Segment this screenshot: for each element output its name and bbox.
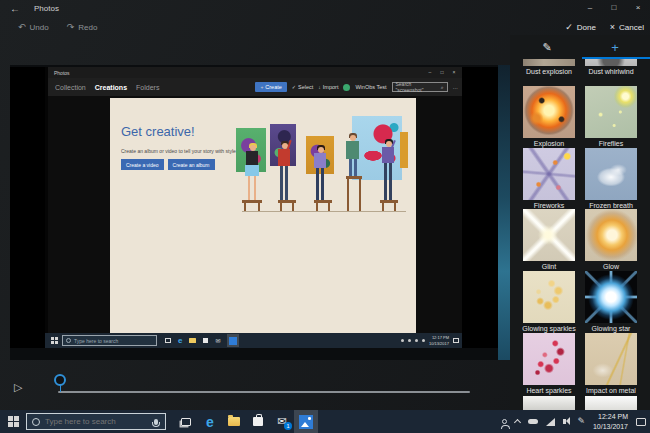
- inner-nav-bar: Collection Creations Folders + Create ✓ …: [48, 78, 462, 96]
- back-button[interactable]: ←: [10, 3, 20, 14]
- effect-tile[interactable]: Explosion: [523, 86, 575, 148]
- effect-tile[interactable]: Frozen breath: [585, 148, 637, 210]
- inner-store-icon: [203, 338, 208, 343]
- effect-thumbnail-explosion: [523, 86, 575, 138]
- taskbar-clock[interactable]: 12:24 PM 10/13/2017: [593, 412, 628, 431]
- action-center-icon[interactable]: [636, 418, 646, 426]
- store-button[interactable]: [246, 410, 270, 433]
- effect-thumbnail-fireflies: [585, 86, 637, 138]
- system-tray: ✎ 12:24 PM 10/13/2017: [502, 410, 646, 433]
- create-video-button: Create a video: [121, 159, 164, 170]
- inner-action-center-icon: [453, 338, 459, 343]
- inner-window-title: Photos: [54, 70, 70, 76]
- edge-button[interactable]: e: [198, 410, 222, 433]
- video-preview-stage[interactable]: Photos – □ × Collection Creations Folder…: [10, 65, 498, 360]
- effect-thumbnail-glowing-star: [585, 271, 637, 323]
- effect-label: Heart sparkles: [526, 387, 571, 395]
- store-bag-icon: [253, 417, 263, 426]
- illustration-canvas-edge: [400, 132, 408, 168]
- clock-time: 12:24 PM: [593, 412, 628, 421]
- effect-tile[interactable]: Dust whirlwind: [585, 59, 637, 76]
- edge-icon: e: [206, 415, 214, 429]
- effect-thumbnail-glowing-sparkles: [523, 271, 575, 323]
- effect-thumbnail-dust-whirlwind: [585, 59, 637, 66]
- task-view-button[interactable]: [174, 410, 198, 433]
- cancel-button[interactable]: × Cancel: [610, 22, 644, 32]
- search-input[interactable]: [45, 417, 149, 426]
- hidden-icons-chevron[interactable]: [514, 419, 521, 426]
- onedrive-icon[interactable]: [528, 419, 538, 424]
- network-icon[interactable]: [546, 418, 555, 426]
- plus-icon: +: [611, 40, 619, 55]
- minimize-button[interactable]: –: [578, 0, 602, 15]
- effect-label: Dust whirlwind: [588, 68, 633, 76]
- microphone-icon[interactable]: [154, 419, 158, 425]
- inner-search-icon: ⌕: [441, 84, 444, 91]
- undo-button[interactable]: ↶ Undo: [18, 22, 49, 32]
- taskbar-search-box[interactable]: [26, 413, 166, 430]
- effect-label: Explosion: [534, 140, 564, 148]
- illustration-ground: [242, 211, 406, 212]
- effects-panel: ✎ + Dust explosion Dust whirlwind Explos…: [510, 35, 650, 410]
- mail-button[interactable]: ✉ 1: [270, 410, 294, 433]
- effect-tile[interactable]: Fireworks: [523, 148, 575, 210]
- photos-button[interactable]: [294, 410, 318, 433]
- file-explorer-button[interactable]: [222, 410, 246, 433]
- effect-thumbnail-glint: [523, 209, 575, 261]
- inner-select-button: ✓ Select: [292, 84, 314, 90]
- inner-mail-icon: ✉: [215, 338, 220, 344]
- effect-tile[interactable]: Dust explosion: [523, 59, 575, 76]
- inner-account-avatar: [343, 84, 350, 91]
- effect-tile[interactable]: Glowing sparkles: [523, 271, 575, 333]
- get-creative-illustration: [234, 114, 408, 226]
- inner-more-button: …: [453, 84, 459, 90]
- effect-label: Fireworks: [534, 202, 564, 210]
- effect-tile[interactable]: Fireflies: [585, 86, 637, 148]
- play-button[interactable]: ▷: [14, 381, 22, 394]
- effect-thumbnail-partial[interactable]: [585, 396, 637, 410]
- effect-label: Glow: [603, 263, 619, 271]
- effect-label: Dust explosion: [526, 68, 572, 76]
- inner-search-field: Type here to search: [62, 335, 157, 346]
- effect-thumbnail-partial[interactable]: [523, 396, 575, 410]
- windows-ink-icon[interactable]: ✎: [577, 417, 585, 426]
- stage-edge-glow: [498, 65, 510, 360]
- done-button[interactable]: ✓ Done: [565, 22, 596, 32]
- draw-tab[interactable]: ✎: [527, 37, 567, 57]
- close-button[interactable]: ×: [626, 0, 650, 15]
- effect-tile[interactable]: Glow: [585, 209, 637, 271]
- maximize-button[interactable]: □: [602, 0, 626, 15]
- photos-app-window: ← Photos – □ × ↶ Undo ↷ Redo ✓ Done × Ca…: [0, 0, 650, 433]
- illustration-canvas-blue: [352, 116, 402, 180]
- inner-maximize-icon: □: [436, 67, 448, 77]
- effect-thumbnail-fireworks: [523, 148, 575, 200]
- inner-explorer-icon: [189, 338, 196, 343]
- effect-tile[interactable]: Glint: [523, 209, 575, 271]
- effect-label: Fireflies: [599, 140, 624, 148]
- inner-taskview-icon: [165, 338, 171, 343]
- inner-create-button: + Create: [255, 82, 286, 92]
- effects-tab[interactable]: +: [595, 37, 635, 57]
- effect-label: Impact on metal: [586, 387, 636, 395]
- effect-tile[interactable]: Glowing star: [585, 271, 637, 333]
- inner-tab-collection: Collection: [55, 84, 86, 91]
- playhead-handle[interactable]: [54, 374, 66, 386]
- hero-heading: Get creative!: [121, 124, 195, 139]
- timeline-track[interactable]: [58, 391, 470, 393]
- effect-thumbnail-heart-sparkles: [523, 333, 575, 385]
- inner-window-content: Get creative! Create an album or video t…: [48, 96, 462, 333]
- volume-icon[interactable]: [563, 419, 566, 424]
- effect-tile[interactable]: Impact on metal: [585, 333, 637, 395]
- windows-logo-icon: [8, 416, 19, 427]
- inner-taskbar: Type here to search e ✉ 12:17 PM: [45, 333, 462, 348]
- window-controls: – □ ×: [578, 0, 650, 15]
- inner-minimize-icon: –: [424, 67, 436, 77]
- redo-button[interactable]: ↷ Redo: [67, 22, 98, 32]
- people-icon[interactable]: [502, 419, 507, 424]
- titlebar: ← Photos – □ ×: [0, 0, 650, 16]
- effect-tile[interactable]: Heart sparkles: [523, 333, 575, 395]
- inner-close-icon: ×: [448, 67, 460, 77]
- inner-search-box: Search "screenshot" ⌕: [392, 82, 448, 92]
- start-button[interactable]: [0, 410, 26, 433]
- inner-clock: 12:17 PM 10/13/2017: [429, 335, 449, 345]
